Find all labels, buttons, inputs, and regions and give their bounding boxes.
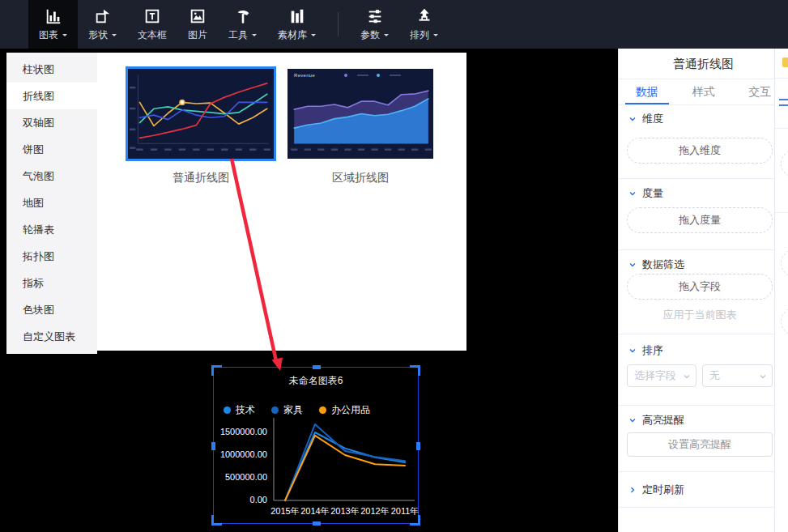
legend-dot-furniture [271,406,279,414]
chevron-down-icon [252,34,257,39]
toolbar-textbox-button[interactable]: 文本框 [127,0,177,49]
section-dimension-header[interactable]: 维度 [619,112,773,126]
selection-corner-handle[interactable] [211,365,222,376]
toolbar-shape-button[interactable]: 形状 [78,0,127,49]
toolbar-shape-label: 形状 [88,28,108,42]
toolbar-image-label: 图片 [188,28,207,42]
selection-mid-handle-left[interactable] [211,442,215,450]
section-refresh-header[interactable]: 定时刷新 [619,483,773,497]
toolbar-tool-button[interactable]: 工具 [218,0,267,49]
section-filter-label: 数据筛选 [642,257,684,272]
menu-item-bubble-chart[interactable]: 气泡图 [6,163,97,189]
menu-item-topology[interactable]: 拓扑图 [6,243,97,270]
panel-title: 普通折线图 [619,49,788,79]
selection-corner-handle[interactable] [211,515,222,526]
normal-line-chart-preview [128,69,274,159]
toolbar-image-button[interactable]: 图片 [177,0,218,49]
thumbnail-annotation: Revenue [294,73,315,78]
drop-filter-field-zone[interactable]: 拖入字段 [627,274,773,300]
area-line-chart-preview [288,69,433,159]
menu-item-indicator[interactable]: 指标 [6,270,97,296]
sort-order-select[interactable]: 无 [702,364,773,387]
section-divider [619,334,774,334]
toolbar-textbox-label: 文本框 [138,28,167,42]
panel-edge-sliver [775,49,788,532]
cropped-divider [775,78,788,79]
legend-item[interactable]: 技术 [224,403,255,417]
chevron-down-icon [628,347,637,355]
chevron-down-icon [628,261,637,269]
legend-dot-tech [224,406,231,414]
toolbar-arrange-label: 排列 [410,28,429,42]
section-measure-header[interactable]: 度量 [619,186,773,201]
legend-label-office: 办公用品 [331,403,370,417]
chevron-down-icon [384,34,389,39]
legend-item[interactable]: 家具 [271,403,303,417]
menu-item-dual-axis-chart[interactable]: 双轴图 [6,109,97,136]
image-icon [189,7,207,25]
menu-item-line-chart[interactable]: 折线图 [6,83,97,109]
thumbnail-area-line-chart[interactable]: Revenue [288,69,433,159]
chevron-down-icon [759,372,767,381]
selection-corner-handle[interactable] [410,365,420,376]
toolbar-params-button[interactable]: 参数 [350,0,399,49]
menu-item-carousel-table[interactable]: 轮播表 [6,216,97,243]
toolbar-params-label: 参数 [360,28,380,42]
chevron-down-icon [683,372,691,381]
app-window: 图表 形状 文本框 图片 工具 [0,0,788,532]
section-highlight-header[interactable]: 高亮提醒 [619,413,773,428]
toolbar-arrange-button[interactable]: 排列 [399,0,449,49]
menu-item-custom-chart[interactable]: 自定义图表 [6,323,97,350]
section-highlight-label: 高亮提醒 [642,413,684,428]
menu-item-color-block[interactable]: 色块图 [6,296,97,323]
chart-settings-panel: 普通折线图 数据 样式 交互 维度 拖入维度 度量 拖入度量 数据筛选 拖入字段… [618,49,788,532]
menu-item-bar-chart[interactable]: 柱状图 [6,56,97,83]
selection-mid-handle-right[interactable] [416,442,420,450]
sort-order-value: 无 [709,369,720,381]
y-axis-tick: 500000.00 [215,472,267,482]
chevron-down-icon [628,189,637,198]
chevron-down-icon [311,34,316,39]
legend-label-tech: 技术 [236,403,255,417]
selection-mid-handle-bottom[interactable] [313,521,321,526]
selection-mid-handle-top[interactable] [313,365,321,369]
chart-type-menu: 柱状图 折线图 双轴图 饼图 气泡图 地图 轮播表 拓扑图 指标 色块图 自定义… [6,53,97,354]
y-axis-tick: 0.00 [215,495,267,504]
section-filter-header[interactable]: 数据筛选 [619,257,773,272]
toolbar-chart-label: 图表 [39,28,58,42]
chevron-down-icon [433,34,438,39]
menu-item-map[interactable]: 地图 [6,189,97,216]
sort-field-select[interactable]: 选择字段 [627,364,696,387]
cropped-pill-fragment [781,249,788,277]
params-icon [366,7,384,25]
section-sort-header[interactable]: 排序 [619,343,773,358]
tab-style[interactable]: 样式 [675,79,732,104]
tab-data[interactable]: 数据 [619,79,675,104]
thumbnail-legend [344,74,401,77]
library-icon [288,7,306,25]
thumbnail-normal-line-chart[interactable] [128,69,274,159]
toolbar-library-button[interactable]: 素材库 [267,0,326,49]
canvas-chart-widget[interactable]: 未命名图表6 技术 家具 办公用品 1500000.00 1000000.00 … [213,367,419,524]
section-measure-label: 度量 [642,186,663,201]
drop-dimension-zone[interactable]: 拖入维度 [627,138,773,164]
shape-icon [94,7,112,25]
toolbar-library-label: 素材库 [278,28,307,42]
chart-title: 未命名图表6 [214,374,418,388]
legend-item[interactable]: 办公用品 [319,403,370,417]
section-dimension-label: 维度 [642,112,663,126]
legend-dot-office [319,406,326,414]
set-highlight-button[interactable]: 设置高亮提醒 [627,432,773,457]
section-divider [619,405,774,406]
section-divider [619,178,774,179]
cropped-pill-fragment [781,308,788,335]
drop-measure-zone[interactable]: 拖入度量 [627,207,773,233]
menu-item-pie-chart[interactable]: 饼图 [6,136,97,163]
chart-legend: 技术 家具 办公用品 [224,403,370,417]
selection-corner-handle[interactable] [410,515,420,526]
cropped-divider [775,212,788,213]
thumbnail-label-area-line: 区域折线图 [288,171,433,185]
toolbar-chart-button[interactable]: 图表 [28,0,78,49]
y-axis-tick: 1500000.00 [215,427,267,436]
chevron-down-icon [628,416,637,424]
